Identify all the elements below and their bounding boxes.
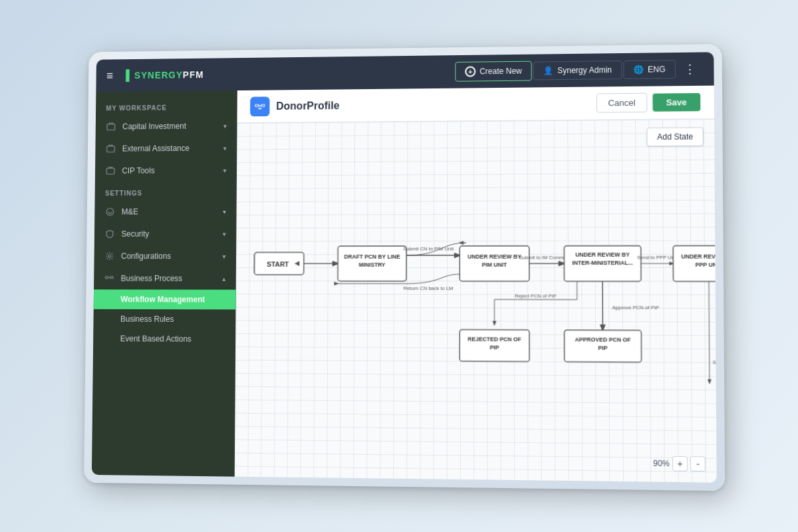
sidebar-item-business-process[interactable]: Business Process ▴ <box>94 267 236 290</box>
sidebar-sub-item-event-based-actions[interactable]: Event Based Actions <box>93 329 235 349</box>
svg-rect-0 <box>107 124 115 130</box>
zoom-in-button[interactable]: + <box>672 456 688 471</box>
logo-text: SYNERGYPFM <box>134 69 203 80</box>
svg-text:START: START <box>267 261 289 268</box>
svg-text:UNDER REVIEW BY: UNDER REVIEW BY <box>575 251 630 258</box>
content-title-area: DonorProfile <box>250 96 339 116</box>
business-process-icon <box>104 273 115 284</box>
svg-rect-5 <box>106 277 108 279</box>
svg-text:APPROVED PCN OF: APPROVED PCN OF <box>575 336 630 343</box>
sidebar-item-label: Capital Investment <box>122 122 186 131</box>
chevron-down-icon: ▾ <box>223 122 227 130</box>
security-icon <box>104 229 115 239</box>
svg-text:PIP: PIP <box>490 344 499 350</box>
create-new-button[interactable]: + Create New <box>455 61 532 82</box>
chevron-down-icon: ▾ <box>223 167 226 174</box>
settings-label: SETTINGS <box>95 182 237 201</box>
svg-text:Send to PPP Unit: Send to PPP Unit <box>637 254 677 260</box>
workflow-diagram: START DRAFT PCN BY LINE MINISTRY Submit … <box>235 119 717 483</box>
user-label: Synergy Admin <box>557 65 612 75</box>
logo-icon: ▐ <box>122 70 129 82</box>
configurations-icon <box>104 251 115 261</box>
chevron-down-icon: ▾ <box>223 144 227 152</box>
svg-text:Submit CN to PIM Unit: Submit CN to PIM Unit <box>403 245 454 251</box>
sidebar-sub-item-business-rules[interactable]: Business Rules <box>93 309 235 329</box>
sub-item-label: Business Rules <box>120 315 174 324</box>
create-new-icon: + <box>465 66 475 77</box>
svg-text:UNDER REVIEW BY: UNDER REVIEW BY <box>681 253 716 259</box>
workspace-label: MY WORKSPACE <box>96 96 237 116</box>
create-new-label: Create New <box>479 66 522 76</box>
user-menu-button[interactable]: 👤 Synergy Admin <box>533 61 622 80</box>
content-header: DonorProfile Cancel Save <box>237 86 714 123</box>
add-state-button[interactable]: Add State <box>647 127 704 146</box>
chevron-down-icon: ▾ <box>222 253 225 260</box>
sidebar-item-label: M&E <box>122 207 138 217</box>
svg-text:PIM UNIT: PIM UNIT <box>482 261 507 268</box>
more-options-icon[interactable]: ⋮ <box>677 58 703 81</box>
svg-point-3 <box>106 208 114 215</box>
sub-item-label: Workflow Management <box>120 295 205 304</box>
diagram-area: Add State START DRAFT PCN BY LINE MI <box>235 119 717 483</box>
svg-text:UNDER REVIEW BY: UNDER REVIEW BY <box>467 253 521 260</box>
page-title: DonorProfile <box>276 100 339 112</box>
sidebar-item-label: CIP Tools <box>122 166 154 176</box>
svg-text:INTER-MINISTERIAL...: INTER-MINISTERIAL... <box>572 259 632 266</box>
svg-rect-6 <box>110 277 113 279</box>
sidebar-item-capital-investment[interactable]: Capital Investment ▾ <box>96 114 237 138</box>
svg-rect-7 <box>255 104 259 106</box>
svg-rect-1 <box>107 146 115 152</box>
svg-point-4 <box>108 255 111 257</box>
sidebar-item-configurations[interactable]: Configurations ▾ <box>94 245 236 267</box>
svg-text:REJECTED PCN OF: REJECTED PCN OF <box>467 336 521 343</box>
logo-pfm: PFM <box>183 69 204 80</box>
sidebar-item-security[interactable]: Security ▾ <box>94 223 237 245</box>
zoom-controls: 90% + - <box>653 456 706 471</box>
hamburger-icon[interactable]: ≡ <box>106 68 113 82</box>
save-button[interactable]: Save <box>652 93 700 112</box>
svg-text:Approve PCN of PIP: Approve PCN of PIP <box>612 305 660 311</box>
logo-synergy: SYNERGY <box>134 70 183 80</box>
svg-text:MINISTRY: MINISTRY <box>358 261 385 268</box>
sidebar: MY WORKSPACE Capital Investment ▾ <box>92 90 237 477</box>
logo-area: ≡ ▐ SYNERGYPFM <box>106 68 204 82</box>
language-button[interactable]: 🌐 ENG <box>623 60 676 79</box>
cip-tools-icon <box>105 166 116 176</box>
chevron-up-icon: ▴ <box>222 275 225 282</box>
lang-label: ENG <box>648 65 666 74</box>
svg-text:DRAFT PCN BY LINE: DRAFT PCN BY LINE <box>344 253 400 260</box>
sidebar-item-cip-tools[interactable]: CIP Tools ▾ <box>95 159 237 182</box>
me-icon <box>105 207 116 217</box>
sidebar-item-label: Security <box>121 229 149 239</box>
svg-text:PPP UNIT: PPP UNIT <box>696 261 717 268</box>
sidebar-item-external-assistance[interactable]: External Assistance ▾ <box>95 137 237 160</box>
sub-item-label: Event Based Actions <box>120 334 192 343</box>
svg-text:Return CN back to LM: Return CN back to LM <box>404 285 454 291</box>
user-icon: 👤 <box>543 66 553 75</box>
svg-rect-2 <box>106 168 114 174</box>
cancel-button[interactable]: Cancel <box>597 93 647 113</box>
sidebar-item-label: External Assistance <box>122 144 190 153</box>
workflow-diagram-icon <box>250 96 269 116</box>
zoom-out-button[interactable]: - <box>690 456 706 471</box>
sidebar-item-label: Configurations <box>121 251 171 261</box>
main-layout: MY WORKSPACE Capital Investment ▾ <box>92 86 717 483</box>
sidebar-item-label: Business Process <box>121 274 183 283</box>
sidebar-item-me[interactable]: M&E ▾ <box>94 200 236 223</box>
chevron-down-icon: ▾ <box>223 208 226 215</box>
svg-text:Submit to PPP HC: Submit to PPP HC <box>713 359 717 366</box>
monitor-frame: ≡ ▐ SYNERGYPFM + Create New 👤 Synergy Ad… <box>84 44 725 491</box>
nav-right: + Create New 👤 Synergy Admin 🌐 ENG ⋮ <box>455 58 703 83</box>
svg-text:Reject PCN of PIP: Reject PCN of PIP <box>515 293 557 299</box>
sidebar-sub-item-workflow-management[interactable]: Workflow Management <box>94 289 236 309</box>
capital-investment-icon <box>106 122 116 132</box>
svg-line-41 <box>709 281 710 383</box>
chevron-down-icon: ▾ <box>223 230 226 237</box>
svg-rect-8 <box>261 104 265 106</box>
header-actions: Cancel Save <box>597 92 700 113</box>
lang-icon: 🌐 <box>634 65 644 74</box>
monitor-screen: ≡ ▐ SYNERGYPFM + Create New 👤 Synergy Ad… <box>92 52 717 482</box>
external-assistance-icon <box>106 144 116 154</box>
diagram-toolbar: Add State <box>647 127 704 146</box>
zoom-level: 90% <box>653 459 670 469</box>
